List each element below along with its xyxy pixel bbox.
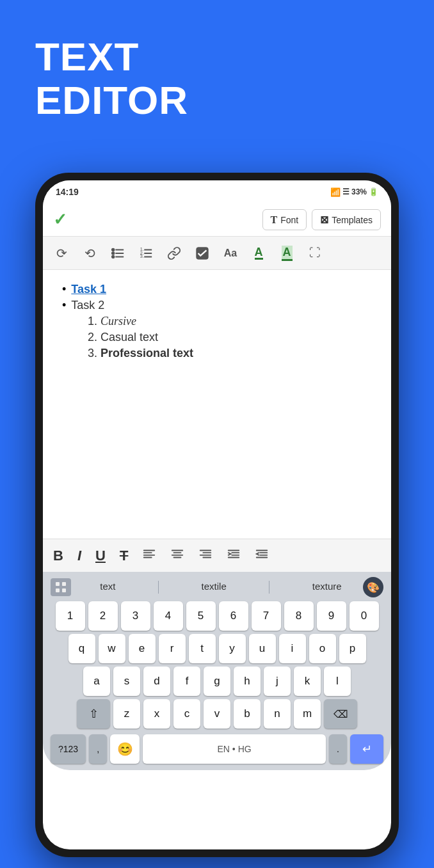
key-4[interactable]: 4 xyxy=(154,601,183,631)
asdf-row: a s d f g h j k l xyxy=(45,667,389,696)
shift-key[interactable]: ⇧ xyxy=(77,699,110,729)
backspace-key[interactable]: ⌫ xyxy=(324,699,357,729)
strikethrough-button[interactable]: T xyxy=(116,545,132,567)
numbers-key[interactable]: ?123 xyxy=(51,734,86,764)
keyboard-grid-icon[interactable] xyxy=(51,578,71,596)
numbered-item-3: 3. Professional text xyxy=(88,347,372,360)
key-n[interactable]: n xyxy=(264,699,291,729)
suggestion-word1[interactable]: text xyxy=(100,581,115,594)
key-7[interactable]: 7 xyxy=(252,601,281,631)
svg-text:3.: 3. xyxy=(140,253,144,259)
emoji-key[interactable]: 😊 xyxy=(110,734,140,764)
key-0[interactable]: 0 xyxy=(350,601,379,631)
key-u[interactable]: u xyxy=(249,634,276,663)
bullet-list-button[interactable] xyxy=(106,242,130,265)
svg-rect-33 xyxy=(56,582,60,586)
qwerty-row: q w e r t y u i o p xyxy=(45,634,389,663)
templates-button[interactable]: ⊠ Templates xyxy=(312,209,381,230)
checkbox-button[interactable] xyxy=(190,242,214,265)
key-i[interactable]: i xyxy=(279,634,306,663)
key-t[interactable]: t xyxy=(189,634,216,663)
key-g[interactable]: g xyxy=(204,667,230,696)
key-3[interactable]: 3 xyxy=(121,601,150,631)
text-editor-area[interactable]: • Task 1 • Task 2 1. Cursive 2. Casual t… xyxy=(43,270,391,539)
underline-button[interactable]: U xyxy=(92,545,109,567)
key-p[interactable]: p xyxy=(339,634,366,663)
toolbar-buttons: T Font ⊠ Templates xyxy=(262,209,382,230)
key-1[interactable]: 1 xyxy=(56,601,85,631)
paint-brush-button[interactable]: 🎨 xyxy=(363,577,383,597)
italic-button[interactable]: I xyxy=(74,545,85,567)
key-5[interactable]: 5 xyxy=(186,601,216,631)
indent-right-button[interactable] xyxy=(223,544,245,567)
key-y[interactable]: y xyxy=(219,634,246,663)
key-8[interactable]: 8 xyxy=(284,601,314,631)
suggestion-separator2 xyxy=(269,581,269,594)
key-9[interactable]: 9 xyxy=(317,601,346,631)
text-highlight-button[interactable]: A xyxy=(275,242,299,265)
key-j[interactable]: j xyxy=(264,667,291,696)
enter-key[interactable]: ↵ xyxy=(350,734,383,764)
bold-button[interactable]: B xyxy=(49,545,67,567)
text-color-button[interactable]: A xyxy=(246,242,271,265)
phone-screen: 14:19 📶 ☰ 33% 🔋 ✓ T Font ⊠ Templates xyxy=(43,180,391,849)
key-s[interactable]: s xyxy=(113,667,140,696)
align-left-button[interactable] xyxy=(138,544,160,567)
align-right-button[interactable] xyxy=(195,544,216,567)
cursive-text: Cursive xyxy=(100,315,136,327)
suggestion-word3[interactable]: texture xyxy=(312,581,342,594)
key-q[interactable]: q xyxy=(68,634,95,663)
key-k[interactable]: k xyxy=(294,667,321,696)
status-time: 14:19 xyxy=(56,187,79,197)
svg-point-0 xyxy=(112,248,115,251)
svg-rect-35 xyxy=(56,588,60,592)
bottom-keyboard-row: ?123 , 😊 EN • HG . ↵ xyxy=(45,732,389,766)
fullscreen-button[interactable]: ⛶ xyxy=(303,242,327,265)
text-size-button[interactable]: Aa xyxy=(218,242,243,265)
undo-button[interactable]: ⟲ xyxy=(77,242,102,265)
space-key[interactable]: EN • HG xyxy=(143,734,326,764)
font-icon: T xyxy=(271,214,278,226)
numbered-item-2: 2. Casual text xyxy=(88,331,372,344)
suggestion-words: text textile texture xyxy=(79,581,363,594)
key-b[interactable]: b xyxy=(234,699,261,729)
key-m[interactable]: m xyxy=(294,699,321,729)
key-x[interactable]: x xyxy=(143,699,170,729)
comma-key[interactable]: , xyxy=(89,734,107,764)
key-l[interactable]: l xyxy=(324,667,351,696)
key-z[interactable]: z xyxy=(113,699,140,729)
task1-item: • Task 1 xyxy=(62,283,372,296)
header-text: TEXT EDITOR xyxy=(35,35,188,122)
align-center-button[interactable] xyxy=(166,544,188,567)
bullet2-icon: • xyxy=(62,299,66,312)
key-r[interactable]: r xyxy=(159,634,186,663)
key-d[interactable]: d xyxy=(143,667,170,696)
key-e[interactable]: e xyxy=(129,634,156,663)
key-a[interactable]: a xyxy=(83,667,110,696)
key-c[interactable]: c xyxy=(173,699,200,729)
redo-button[interactable]: ⟳ xyxy=(49,242,74,265)
key-f[interactable]: f xyxy=(173,667,200,696)
templates-label: Templates xyxy=(332,215,373,225)
key-o[interactable]: o xyxy=(309,634,336,663)
numbered-item-1: 1. Cursive xyxy=(88,315,372,328)
link-button[interactable] xyxy=(162,242,186,265)
templates-icon: ⊠ xyxy=(320,214,328,226)
bottom-format-bar: B I U T xyxy=(43,539,391,572)
period-key[interactable]: . xyxy=(329,734,347,764)
key-v[interactable]: v xyxy=(204,699,230,729)
battery-icon: 🔋 xyxy=(369,187,378,196)
key-h[interactable]: h xyxy=(234,667,261,696)
suggestion-word2[interactable]: textile xyxy=(202,581,227,594)
number2-icon: 2. xyxy=(88,331,100,343)
numbered-list-button[interactable]: 1. 2. 3. xyxy=(134,242,158,265)
professional-text: Professional text xyxy=(100,347,193,359)
key-6[interactable]: 6 xyxy=(219,601,248,631)
key-2[interactable]: 2 xyxy=(88,601,118,631)
battery-text: 33% xyxy=(351,187,367,196)
check-button[interactable]: ✓ xyxy=(53,210,67,230)
status-icons: 📶 ☰ 33% 🔋 xyxy=(330,187,378,197)
indent-left-button[interactable] xyxy=(251,544,273,567)
font-button[interactable]: T Font xyxy=(262,209,307,230)
key-w[interactable]: w xyxy=(99,634,125,663)
